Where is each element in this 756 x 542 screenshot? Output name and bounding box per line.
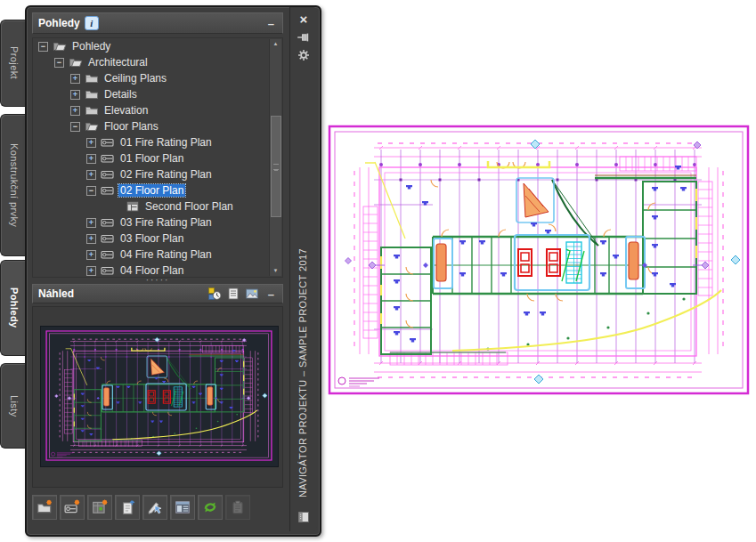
edit-view-icon[interactable] [142,495,167,520]
expander-plus-icon[interactable]: + [70,74,80,84]
views-section-title: Pohledy [38,17,80,29]
new-sheet-icon[interactable] [115,495,140,520]
folder-open-icon [85,119,99,133]
tab-konstrukcni-prvky[interactable]: Konstrukční prvky [0,114,27,256]
refresh-icon[interactable] [198,495,223,520]
tree-item-03-floor-plan[interactable]: +03 Floor Plan [33,231,282,247]
folder-closed-icon [85,87,99,101]
tree-scrollbar[interactable]: ▲ ▼ [269,39,281,276]
expander-minus-icon[interactable]: − [38,42,48,52]
navigator-toolbar [32,495,250,520]
palette-title-strip[interactable]: × NAVIGÁTOR PROJEKTU – SAMPLE PROJECT 20… [289,7,317,531]
scroll-down-icon[interactable]: ▼ [270,266,281,276]
view-drawing-icon [101,263,115,278]
tab-listy[interactable]: Listy [0,363,27,449]
expander-plus-icon[interactable]: + [70,90,80,100]
expander-plus-icon[interactable]: + [86,170,96,180]
preview-floor-plan [45,330,272,461]
info-icon[interactable]: i [85,16,99,30]
pin-icon[interactable] [297,30,311,44]
expander-plus-icon[interactable]: + [86,234,96,244]
views-tree: −Pohledy −Architectural +Ceiling Plans +… [32,37,283,278]
folder-closed-icon [85,103,99,117]
preview-section-header: Náhled – [32,284,283,303]
tree-item-01-floor-plan[interactable]: +01 Floor Plan [33,150,282,166]
scrollbar-grip [273,164,279,170]
new-category-icon[interactable] [32,495,57,520]
close-icon[interactable]: × [297,12,311,27]
tab-projekt[interactable]: Projekt [0,20,27,107]
selected-tree-item-label: 02 Floor Plan [118,184,185,197]
drawing-sheet [328,125,750,395]
repath-icon[interactable] [225,495,250,520]
expander-minus-icon[interactable]: − [54,58,64,68]
tree-item-elevation[interactable]: +Elevation [33,102,282,118]
autohide-icon[interactable] [297,510,311,524]
tab-pohledy[interactable]: Pohledy [0,260,27,356]
expander-plus-icon[interactable]: + [86,154,96,164]
tree-item-ceiling-plans[interactable]: +Ceiling Plans [33,70,282,86]
tree-item-second-floor-plan[interactable]: Second Floor Plan [33,198,282,214]
view-drawing-icon [101,183,115,198]
scroll-up-icon[interactable]: ▲ [270,39,281,49]
tree-item-01-fire-rating-plan[interactable]: +01 Fire Rating Plan [33,134,282,150]
collapse-views-button[interactable]: – [265,17,277,30]
document-view-icon[interactable] [226,287,241,301]
collapse-preview-button[interactable]: – [265,287,277,301]
expander-plus-icon[interactable]: + [86,266,96,276]
tree-item-architectural[interactable]: −Architectural [33,54,282,70]
expander-plus-icon[interactable]: + [70,106,80,116]
new-view-icon[interactable] [60,495,85,520]
folder-open-icon [69,55,83,69]
new-model-view-icon[interactable] [87,495,112,520]
tree-item-02-floor-plan[interactable]: −02 Floor Plan [33,182,282,198]
view-drawing-icon [101,167,115,182]
folder-open-icon [53,39,67,53]
view-drawing-icon [101,151,115,166]
expander-plus-icon[interactable]: + [86,250,96,260]
tree-item-details[interactable]: +Details [33,86,282,102]
expander-minus-icon[interactable]: − [70,122,80,132]
view-drawing-icon [101,247,115,262]
tree-item-floor-plans[interactable]: −Floor Plans [33,118,282,134]
expander-minus-icon[interactable]: − [86,186,96,196]
view-drawing-icon [101,231,115,246]
preview-section-title: Náhled [38,287,74,300]
preview-pane [32,306,283,488]
tree-item-02-fire-rating-plan[interactable]: +02 Fire Rating Plan [33,166,282,182]
application-canvas: { "glyphs": { "plus": "+", "minus": "−",… [0,0,756,542]
model-view-icon [126,199,140,214]
tree-item-pohledy[interactable]: −Pohledy [33,38,282,54]
scrollbar-thumb[interactable] [271,116,281,217]
expander-plus-icon[interactable]: + [86,218,96,228]
floor-plan-drawing [328,125,750,395]
preview-canvas [40,326,279,467]
views-section-header: Pohledy i – [32,12,283,34]
image-preview-icon[interactable] [245,287,260,301]
details-icon[interactable] [170,495,195,520]
palette-title: NAVIGÁTOR PROJEKTU – SAMPLE PROJECT 2017 [297,248,308,498]
view-drawing-icon [101,135,115,150]
tree-item-03-fire-rating-plan[interactable]: +03 Fire Rating Plan [33,214,282,231]
gear-icon[interactable] [297,48,311,62]
expander-plus-icon[interactable]: + [86,138,96,148]
tree-item-04-fire-rating-plan[interactable]: +04 Fire Rating Plan [33,247,282,263]
refresh-preview-icon[interactable] [207,287,223,301]
view-drawing-icon [101,215,115,230]
folder-closed-icon [85,71,99,85]
panel-splitter[interactable]: ····· [32,278,283,284]
